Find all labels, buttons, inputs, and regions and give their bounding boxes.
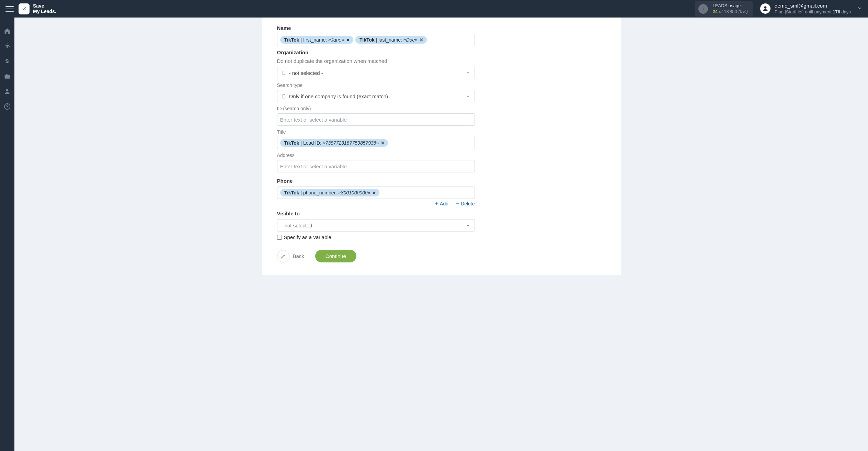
svg-rect-1 (703, 8, 704, 10)
address-input[interactable]: Enter text or select a variable (277, 160, 475, 172)
main-region: Name TikTok| first_name: «Jane» ✕ TikTok… (14, 18, 868, 275)
connections-icon[interactable] (3, 42, 11, 50)
brand-logo[interactable] (19, 3, 30, 14)
name-input[interactable]: TikTok| first_name: «Jane» ✕ TikTok| las… (277, 34, 475, 46)
phone-input[interactable]: TikTok| phone_number: «8001000000» ✕ (277, 187, 475, 199)
search-type-label: Search type (277, 82, 606, 88)
leads-usage-label: LEADS usage: (713, 3, 748, 9)
chevron-down-icon[interactable] (857, 5, 863, 12)
visible-to-select[interactable]: - not selected - (277, 219, 475, 232)
app-header: Save My Leads. LEADS usage: 24 of 13'850… (0, 0, 868, 18)
search-type-select[interactable]: Only if one company is found (exact matc… (277, 90, 475, 102)
remove-tag-icon[interactable]: ✕ (420, 37, 423, 43)
phone-add-button[interactable]: Add (434, 201, 448, 206)
brand-name: Save My Leads. (33, 3, 56, 14)
title-input[interactable]: TikTok| Lead ID: «7387723187759857936» ✕ (277, 137, 475, 149)
title-label: Title (277, 129, 606, 135)
organization-sublabel: Do not duplicate the organization when m… (277, 58, 606, 64)
svg-point-0 (703, 7, 703, 8)
specify-variable-label: Specify as a variable (284, 234, 331, 240)
name-label: Name (277, 25, 606, 31)
field-name: Name TikTok| first_name: «Jane» ✕ TikTok… (277, 25, 606, 46)
avatar-icon (760, 3, 770, 14)
specify-variable-checkbox[interactable] (277, 235, 282, 240)
tag-first-name[interactable]: TikTok| first_name: «Jane» ✕ (280, 36, 354, 44)
pencil-icon (277, 250, 289, 262)
address-label: Address (277, 153, 606, 158)
menu-toggle-icon[interactable] (5, 5, 14, 13)
svg-point-2 (764, 7, 767, 9)
remove-tag-icon[interactable]: ✕ (372, 190, 376, 195)
form-panel: Name TikTok| first_name: «Jane» ✕ TikTok… (262, 18, 621, 275)
user-plan: Plan |Start| left until payment 176 days (775, 9, 851, 15)
visible-to-label: Visible to (277, 211, 606, 216)
tag-last-name[interactable]: TikTok| last_name: «Doe» ✕ (355, 36, 427, 44)
profile-icon[interactable] (3, 88, 11, 95)
field-visible-to: Visible to - not selected - Specify as a… (277, 211, 606, 240)
back-button[interactable]: Back (277, 250, 304, 262)
id-search-input[interactable]: Enter text or select a variable (277, 113, 475, 126)
organization-label: Organization (277, 49, 606, 55)
sidebar (0, 18, 14, 275)
briefcase-icon[interactable] (3, 72, 11, 80)
tag-phone[interactable]: TikTok| phone_number: «8001000000» ✕ (280, 189, 380, 196)
home-icon[interactable] (3, 27, 11, 35)
svg-point-3 (6, 89, 9, 91)
phone-delete-button[interactable]: Delete (455, 201, 475, 206)
svg-point-5 (7, 108, 8, 108)
field-organization: Organization Do not duplicate the organi… (277, 49, 606, 172)
billing-icon[interactable] (3, 57, 11, 65)
organization-select[interactable]: - not selected - (277, 67, 475, 79)
phone-label: Phone (277, 178, 606, 184)
leads-usage-values: 24 of 13'850 (0%) (713, 9, 748, 15)
tag-lead-id[interactable]: TikTok| Lead ID: «7387723187759857936» ✕ (280, 139, 388, 147)
help-icon[interactable] (3, 103, 11, 110)
remove-tag-icon[interactable]: ✕ (381, 140, 385, 146)
continue-button[interactable]: Continue (315, 250, 356, 262)
id-search-label: ID (search only) (277, 106, 606, 111)
field-phone: Phone TikTok| phone_number: «8001000000»… (277, 178, 606, 206)
user-menu[interactable]: demo_sml@gmail.com Plan |Start| left unt… (760, 2, 851, 15)
info-icon (698, 4, 708, 14)
remove-tag-icon[interactable]: ✕ (346, 37, 350, 43)
leads-usage-widget[interactable]: LEADS usage: 24 of 13'850 (0%) (695, 1, 753, 17)
user-email: demo_sml@gmail.com (775, 2, 851, 9)
